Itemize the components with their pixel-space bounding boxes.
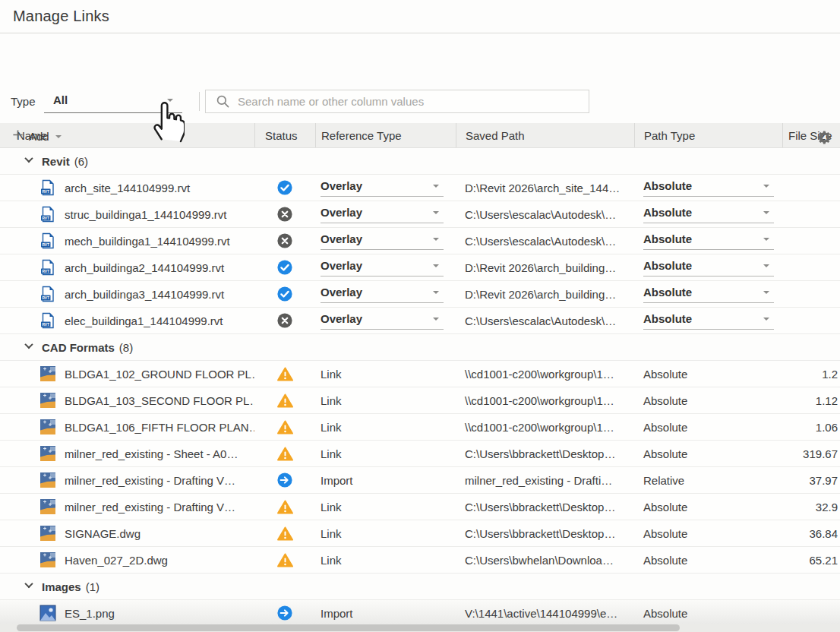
- status-warning-icon: [277, 393, 293, 408]
- path-type-cell: Absolute: [634, 421, 782, 434]
- rvt-file-icon: RVT: [39, 286, 56, 302]
- group-row-revit[interactable]: Revit (6): [0, 148, 840, 175]
- chevron-down-icon: [763, 318, 769, 324]
- chevron-down-icon: [433, 238, 439, 244]
- gear-icon[interactable]: [817, 130, 832, 145]
- path-type-cell: Absolute: [634, 368, 782, 381]
- chevron-down-icon: [433, 211, 439, 217]
- add-link-button[interactable]: Add: [12, 129, 62, 144]
- path-type-cell: Absolute: [634, 607, 782, 620]
- svg-text:RVT: RVT: [42, 270, 49, 273]
- table-row[interactable]: RVT arch_site_144104999.rvt Overlay D:\R…: [0, 175, 840, 201]
- path-type-value: Absolute: [643, 206, 692, 219]
- rvt-file-icon: RVT: [39, 259, 56, 276]
- reference-type-dropdown[interactable]: Overlay: [321, 232, 444, 250]
- path-type-dropdown[interactable]: Absolute: [643, 232, 774, 250]
- path-type-cell: Relative: [634, 474, 782, 487]
- saved-path: C:\Users\bbrackett\Desktop…: [456, 447, 634, 460]
- horizontal-scrollbar-thumb[interactable]: [17, 624, 680, 631]
- type-filter-dropdown[interactable]: All: [44, 90, 182, 113]
- path-type-cell: Absolute: [634, 179, 782, 197]
- file-name: SIGNAGE.dwg: [65, 527, 141, 540]
- column-header-path-type[interactable]: Path Type: [634, 123, 782, 147]
- path-type-value: Absolute: [643, 607, 687, 620]
- reference-type-dropdown[interactable]: Overlay: [321, 285, 444, 303]
- png-file-icon: [39, 605, 56, 621]
- reference-type-dropdown[interactable]: Overlay: [321, 258, 444, 276]
- column-header-saved-path[interactable]: Saved Path: [456, 123, 634, 147]
- file-name: elec_buildinga1_144104999.rvt: [65, 314, 223, 327]
- table-row[interactable]: BLDGA1_102_GROUND FLOOR PL… Link \\cd100…: [0, 361, 840, 387]
- reference-type-value: Link: [321, 447, 342, 460]
- table-row[interactable]: BLDGA1_106_FIFTH FLOOR PLAN… Link \\cd10…: [0, 414, 840, 441]
- table-row[interactable]: SIGNAGE.dwg Link C:\Users\bbrackett\Desk…: [0, 520, 840, 547]
- dwg-file-icon: [39, 445, 56, 462]
- chevron-down-icon[interactable]: [24, 340, 33, 349]
- reference-type-cell: Link: [315, 527, 456, 540]
- chevron-down-icon[interactable]: [24, 580, 33, 588]
- path-type-dropdown[interactable]: Absolute: [643, 205, 774, 223]
- path-type-value: Absolute: [643, 286, 692, 299]
- table-row[interactable]: Haven_027_2D.dwg Link C:\Users\bwhelan\D…: [0, 547, 840, 574]
- reference-type-value: Overlay: [321, 312, 362, 325]
- path-type-cell: Absolute: [634, 554, 782, 567]
- file-name: Haven_027_2D.dwg: [65, 554, 168, 567]
- path-type-dropdown[interactable]: Absolute: [643, 285, 774, 303]
- reference-type-value: Link: [321, 501, 342, 514]
- file-name: arch_buildinga2_144104999.rvt: [65, 261, 224, 274]
- path-type-dropdown[interactable]: Absolute: [643, 179, 774, 197]
- table-row[interactable]: BLDGA1_103_SECOND FLOOR PL… Link \\cd100…: [0, 387, 840, 414]
- search-input[interactable]: [205, 90, 589, 113]
- group-row-images[interactable]: Images (1): [0, 574, 840, 600]
- reference-type-cell: Import: [315, 607, 456, 620]
- table-row[interactable]: milner_red_existing - Sheet - A0… Link C…: [0, 441, 840, 467]
- reference-type-value: Overlay: [321, 179, 362, 192]
- column-header-status[interactable]: Status: [254, 123, 315, 147]
- svg-text:RVT: RVT: [42, 190, 49, 194]
- table-row[interactable]: RVT elec_buildinga1_144104999.rvt Overla…: [0, 308, 840, 334]
- chevron-down-icon: [763, 211, 769, 217]
- table-header: Name Status Reference Type Saved Path Pa…: [0, 123, 840, 148]
- table-row[interactable]: RVT mech_buildinga1_144104999.rvt Overla…: [0, 228, 840, 254]
- type-filter-value: All: [53, 93, 68, 106]
- table-row[interactable]: RVT arch_buildinga2_144104999.rvt Overla…: [0, 254, 840, 281]
- file-name: milner_red_existing - Drafting V…: [65, 474, 235, 487]
- column-header-reference-type[interactable]: Reference Type: [315, 123, 456, 147]
- reference-type-cell: Import: [315, 474, 456, 487]
- reference-type-cell: Overlay: [315, 179, 456, 197]
- svg-text:RVT: RVT: [42, 216, 49, 220]
- reference-type-cell: Overlay: [315, 285, 456, 303]
- dwg-file-icon: [39, 525, 56, 542]
- saved-path: C:\Users\escalac\Autodesk\…: [456, 208, 634, 221]
- path-type-dropdown[interactable]: Absolute: [643, 311, 774, 330]
- table-row[interactable]: RVT struc_buildinga1_144104999.rvt Overl…: [0, 201, 840, 228]
- chevron-down-icon[interactable]: [24, 154, 33, 163]
- group-row-cad-formats[interactable]: CAD Formats (8): [0, 334, 840, 361]
- file-size: 65.21: [782, 554, 840, 567]
- status-import-icon: [277, 472, 292, 488]
- table-row[interactable]: RVT arch_buildinga3_144104999.rvt Overla…: [0, 281, 840, 308]
- reference-type-dropdown[interactable]: Overlay: [321, 205, 444, 223]
- file-size: 1.2: [782, 368, 840, 381]
- saved-path: V:\1441\active\144104999\e…: [456, 607, 634, 620]
- table-row[interactable]: milner_red_existing - Drafting V… Link C…: [0, 494, 840, 520]
- reference-type-value: Import: [321, 474, 353, 487]
- table-row[interactable]: milner_red_existing - Drafting V… Import…: [0, 467, 840, 494]
- path-type-dropdown[interactable]: Absolute: [643, 258, 774, 276]
- reference-type-cell: Overlay: [315, 258, 456, 276]
- file-name: ES_1.png: [65, 607, 115, 620]
- path-type-cell: Absolute: [634, 232, 782, 250]
- reference-type-dropdown[interactable]: Overlay: [321, 311, 444, 330]
- file-name: arch_buildinga3_144104999.rvt: [65, 288, 224, 301]
- group-name: CAD Formats: [42, 341, 115, 354]
- add-button-label: Add: [29, 130, 49, 143]
- saved-path: D:\Revit 2026\arch_building…: [456, 288, 634, 301]
- plus-icon: [12, 129, 24, 144]
- reference-type-dropdown[interactable]: Overlay: [321, 179, 444, 197]
- table-row[interactable]: ES_1.png Import V:\1441\active\144104999…: [0, 600, 840, 627]
- reference-type-cell: Link: [315, 421, 456, 434]
- status-ok-icon: [277, 286, 292, 302]
- file-name: milner_red_existing - Sheet - A0…: [65, 447, 238, 460]
- reference-type-cell: Link: [315, 368, 456, 381]
- path-type-cell: Absolute: [634, 527, 782, 540]
